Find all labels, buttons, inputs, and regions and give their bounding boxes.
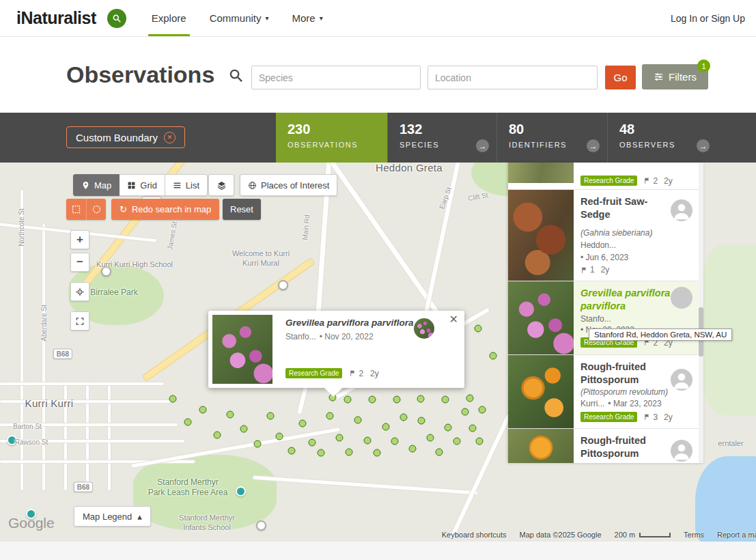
map-place-label: Stanford Merthyr xyxy=(157,477,218,487)
places-of-interest-button[interactable]: Places of Interest xyxy=(240,174,337,196)
reset-button[interactable]: Reset xyxy=(223,199,261,220)
remove-boundary-icon[interactable]: ✕ xyxy=(164,132,176,143)
observation-marker[interactable] xyxy=(336,434,344,442)
draw-circle-button[interactable] xyxy=(86,199,106,220)
observation-thumbnail[interactable] xyxy=(508,190,574,281)
observation-thumbnail[interactable] xyxy=(508,163,574,183)
fullscreen-button[interactable] xyxy=(70,311,89,331)
observation-marker[interactable] xyxy=(374,449,381,457)
observation-marker[interactable] xyxy=(276,433,283,440)
observer-avatar[interactable] xyxy=(671,440,692,462)
tab-observations[interactable]: 230 OBSERVATIONS xyxy=(276,113,387,163)
nav-community[interactable]: Community▾ xyxy=(198,0,281,36)
observation-marker[interactable] xyxy=(427,434,434,442)
observation-marker[interactable] xyxy=(199,406,207,414)
observation-marker[interactable] xyxy=(254,440,262,448)
observation-marker[interactable] xyxy=(299,420,307,428)
observation-marker[interactable] xyxy=(288,447,296,455)
close-icon[interactable]: ✕ xyxy=(449,313,458,326)
login-signup-link[interactable]: Log In or Sign Up xyxy=(671,13,745,24)
observation-marker[interactable] xyxy=(466,395,474,402)
observation-marker[interactable] xyxy=(364,437,372,445)
species-input[interactable] xyxy=(251,66,421,89)
observation-marker[interactable] xyxy=(400,414,408,421)
map-layers-button[interactable] xyxy=(208,174,234,196)
observation-marker[interactable] xyxy=(382,423,390,431)
observation-title[interactable]: Red-fruit Saw-Sedge xyxy=(580,195,671,221)
observation-marker[interactable] xyxy=(417,395,425,403)
observer-avatar[interactable] xyxy=(671,287,692,309)
observation-marker[interactable] xyxy=(326,412,334,420)
popup-photo[interactable] xyxy=(212,315,272,384)
arrow-right-icon[interactable]: → xyxy=(697,139,710,152)
observation-marker[interactable] xyxy=(469,425,477,432)
observation-marker[interactable] xyxy=(462,408,469,416)
observation-marker[interactable] xyxy=(391,438,399,445)
observation-thumbnail[interactable] xyxy=(508,281,574,354)
observation-marker[interactable] xyxy=(445,424,452,432)
observation-marker[interactable] xyxy=(418,417,425,425)
zoom-in-button[interactable]: + xyxy=(70,230,89,249)
terms-link[interactable]: Terms xyxy=(684,531,704,539)
location-input[interactable] xyxy=(428,66,598,89)
nav-search-button[interactable] xyxy=(107,9,126,28)
arrow-right-icon[interactable]: → xyxy=(587,139,600,152)
observation-thumbnail[interactable] xyxy=(508,355,574,428)
grid-view-button[interactable]: Grid xyxy=(120,174,165,196)
tab-species[interactable]: 132 SPECIES → xyxy=(387,113,496,163)
observation-title[interactable]: Rough-fruited Pittosporum xyxy=(580,361,671,387)
observation-marker[interactable] xyxy=(267,412,275,420)
observation-marker[interactable] xyxy=(442,396,449,404)
tab-observers[interactable]: 48 OBSERVERS → xyxy=(607,113,717,163)
observation-marker[interactable] xyxy=(318,449,325,457)
redo-search-button[interactable]: ↻ Redo search in map xyxy=(111,199,219,220)
observation-title[interactable]: Rough-fruited Pittosporum xyxy=(580,434,671,460)
geolocate-button[interactable] xyxy=(70,282,89,301)
popup-title[interactable]: Grevillea parviflora parviflora xyxy=(285,318,414,328)
observation-title[interactable]: Grevillea parviflora parviflora xyxy=(580,287,671,313)
observation-card[interactable]: Research Grade 2 2y xyxy=(508,163,703,190)
list-view-button[interactable]: List xyxy=(165,174,208,196)
go-button[interactable]: Go xyxy=(605,66,636,89)
observation-marker[interactable] xyxy=(184,419,192,426)
report-map-error-link[interactable]: Report a map error xyxy=(717,531,756,539)
observation-marker[interactable] xyxy=(490,352,497,360)
popup-observer-avatar[interactable] xyxy=(414,318,434,339)
observation-marker[interactable] xyxy=(475,325,482,333)
observer-avatar[interactable] xyxy=(671,199,692,221)
observation-marker[interactable] xyxy=(309,439,316,447)
observation-card[interactable]: Red-fruit Saw-Sedge (Gahnia sieberiana) … xyxy=(508,190,703,281)
arrow-right-icon[interactable]: → xyxy=(476,139,489,152)
age-label: 2y xyxy=(664,412,673,422)
observation-marker[interactable] xyxy=(214,432,221,439)
observation-marker[interactable] xyxy=(354,417,362,424)
panel-scrollbar[interactable] xyxy=(699,163,703,463)
observation-marker[interactable] xyxy=(479,406,486,414)
observation-marker[interactable] xyxy=(453,438,461,445)
tab-identifiers[interactable]: 80 IDENTIFIERS → xyxy=(496,113,607,163)
observation-marker[interactable] xyxy=(436,449,443,456)
map-view-button[interactable]: Map xyxy=(73,174,120,196)
observation-card[interactable]: Rough-fruited Pittosporum xyxy=(508,429,703,463)
nav-explore[interactable]: Explore xyxy=(140,0,198,36)
keyboard-shortcuts-link[interactable]: Keyboard shortcuts xyxy=(442,531,507,539)
observation-marker[interactable] xyxy=(369,396,376,404)
custom-boundary-chip[interactable]: Custom Boundary ✕ xyxy=(66,126,185,148)
observation-marker[interactable] xyxy=(476,438,484,445)
observation-marker[interactable] xyxy=(409,445,417,453)
observation-marker[interactable] xyxy=(227,411,234,419)
observer-avatar[interactable] xyxy=(671,369,692,391)
observation-card-selected[interactable]: Grevillea parviflora parviflora Stanfo..… xyxy=(508,281,703,355)
observation-marker[interactable] xyxy=(346,449,353,456)
observation-marker[interactable] xyxy=(169,395,177,403)
observation-marker[interactable] xyxy=(393,396,401,404)
nav-more[interactable]: More▾ xyxy=(281,0,335,36)
map-legend-button[interactable]: Map Legend ▴ xyxy=(74,506,151,527)
draw-rectangle-button[interactable] xyxy=(66,199,86,220)
inaturalist-logo[interactable]: iNaturalist xyxy=(16,8,96,28)
zoom-out-button[interactable]: − xyxy=(70,253,89,272)
observation-marker[interactable] xyxy=(240,425,248,433)
observation-card[interactable]: Rough-fruited Pittosporum (Pittosporum r… xyxy=(508,355,703,429)
observation-marker[interactable] xyxy=(344,396,352,404)
observation-thumbnail[interactable] xyxy=(508,429,574,463)
